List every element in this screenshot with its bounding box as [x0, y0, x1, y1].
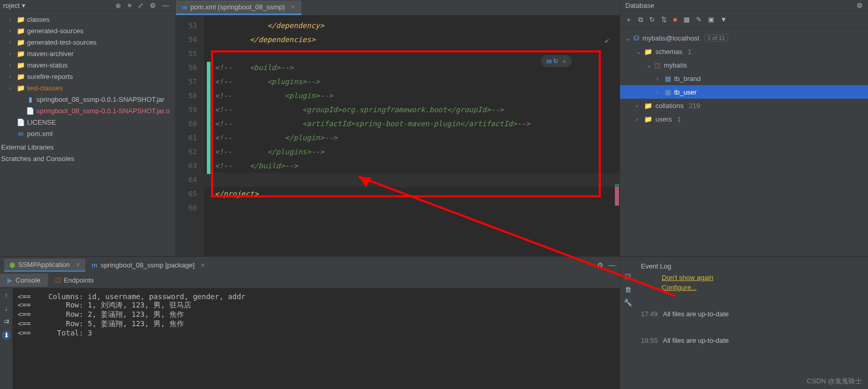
code-line-60[interactable]: <!-- <artifactId>spring-boot-maven-plugi… — [204, 117, 620, 131]
db-label: tb_user — [674, 88, 696, 96]
code-line-66[interactable] — [204, 201, 620, 215]
tab-endpoints[interactable]: ⬡ Endpoints — [48, 274, 101, 287]
settings-icon[interactable]: ⚙ — [150, 2, 156, 9]
checkbox-icon[interactable]: ☑ — [625, 273, 631, 280]
close-tab-icon[interactable]: × — [291, 3, 295, 11]
expand-icon[interactable]: ≡ — [127, 2, 131, 9]
code-line-57[interactable]: <!-- <plugins>--> — [204, 75, 620, 89]
sync-icon[interactable]: ⇅ — [661, 16, 667, 23]
tree-item-license[interactable]: 📄LICENSE — [0, 116, 175, 128]
download-icon[interactable]: ⬇ — [2, 330, 11, 340]
down-icon[interactable]: ↓ — [5, 304, 8, 312]
db-count: 219 — [689, 102, 700, 110]
refresh-icon[interactable]: ↻ — [649, 16, 655, 23]
bottom-panels: ◉SSMPApplication×mspringboot_08_ssmp [pa… — [0, 256, 868, 389]
wrench-icon[interactable]: 🔧 — [624, 299, 632, 306]
line-number: 55 — [176, 47, 197, 61]
chevron-icon: › — [9, 62, 15, 68]
event-icons: ☑ 🗑 🔧 — [620, 257, 636, 389]
chevron-icon: › — [9, 51, 15, 57]
tree-item-generated-test-sources[interactable]: ›📁generated-test-sources — [0, 36, 175, 48]
console-output[interactable]: <== Columns: id, username, password, gen… — [12, 288, 620, 389]
db-item-tb-user[interactable]: ›▦tb_user — [620, 85, 868, 99]
configure-link[interactable]: Configure... — [662, 284, 863, 291]
watermark: CSDN @鬼鬼骑士 — [807, 377, 862, 386]
tree-item-springboot-08-ssmp-0-0-1-snapshot-jar-o[interactable]: 📄springboot_08_ssmp-0.0.1-SNAPSHOT.jar.o — [0, 105, 175, 116]
copy-icon[interactable]: ⧉ — [638, 16, 643, 24]
tab-console[interactable]: ▶ Console — [0, 274, 48, 287]
chevron-icon: ⌄ — [646, 61, 651, 69]
db-item-tb-brand[interactable]: ›▦tb_brand — [620, 72, 868, 85]
table-view-icon[interactable]: ▦ — [683, 16, 690, 23]
code-line-62[interactable]: <!-- </plugins>--> — [204, 145, 620, 159]
wrap-icon[interactable]: ⇉ — [4, 317, 9, 325]
dont-show-link[interactable]: Don't show again — [662, 274, 863, 281]
console-icon[interactable]: ▣ — [708, 16, 714, 23]
run-inner-tabs: ▶ Console ⬡ Endpoints — [0, 273, 620, 288]
tree-item-maven-archiver[interactable]: ›📁maven-archiver — [0, 48, 175, 59]
project-dropdown[interactable]: roject ▾ — [3, 2, 115, 9]
run-settings-icon[interactable]: ⚙ — [597, 261, 603, 269]
db-item-collations[interactable]: ›📁collations219 — [620, 99, 868, 112]
close-icon[interactable]: × — [76, 261, 80, 269]
close-icon[interactable]: × — [201, 261, 205, 269]
marker-pink — [615, 187, 619, 206]
run-tab-springboot-08-ssmp--package-[interactable]: mspringboot_08_ssmp [package]× — [86, 259, 210, 271]
db-item-mybatis[interactable]: ⌄◫mybatis — [620, 58, 868, 72]
hint-pill[interactable]: m↻ × — [541, 55, 572, 67]
tree-item-maven-status[interactable]: ›📁maven-status — [0, 59, 175, 71]
trash-icon[interactable]: 🗑 — [625, 286, 632, 293]
stop-icon[interactable]: ■ — [673, 16, 677, 23]
code-line-65[interactable]: </project> — [204, 187, 620, 201]
hide-icon[interactable]: — — [162, 2, 169, 9]
event-entry: 17:49All files are up-to-date — [641, 310, 863, 318]
chevron-down-icon: ▾ — [22, 2, 25, 9]
chevron-icon: › — [636, 102, 641, 110]
tree-item-springboot-08-ssmp-0-0-1-snapshot-jar[interactable]: ▮springboot_08_ssmp-0.0.1-SNAPSHOT.jar — [0, 93, 175, 105]
tree-item-surefire-reports[interactable]: ›📁surefire-reports — [0, 71, 175, 82]
db-settings-icon[interactable]: ⚙ — [857, 2, 863, 9]
db-item-mybatis-localhost[interactable]: ⌄⛁mybatis@localhost1 of 11 — [620, 31, 868, 45]
event-time: 17:49 — [641, 310, 658, 318]
tree-item-generated-sources[interactable]: ›📁generated-sources — [0, 25, 175, 36]
endpoints-icon: ⬡ — [55, 276, 61, 284]
code-line-61[interactable]: <!-- </plugin>--> — [204, 131, 620, 145]
code-line-54[interactable]: </dependencies> — [204, 33, 620, 47]
scratches-label: Scratches and Consoles — [1, 155, 74, 163]
scratches-consoles[interactable]: Scratches and Consoles — [0, 153, 175, 164]
chevron-icon: › — [656, 75, 662, 83]
schema-icon: ◫ — [654, 61, 661, 69]
console-icon: ▶ — [7, 276, 12, 284]
code-line-63[interactable]: <!-- </build>--> — [204, 159, 620, 173]
code-line-59[interactable]: <!-- <groupId>org.springframework.boot</… — [204, 103, 620, 117]
tree-item-classes[interactable]: ›📁classes — [0, 14, 175, 25]
filter-icon[interactable]: ▼ — [720, 16, 727, 23]
editor-tab-pom[interactable]: m pom.xml (springboot_08_ssmp) × — [176, 1, 301, 15]
minimize-icon[interactable]: — — [609, 261, 615, 269]
line-number: 64 — [176, 173, 197, 187]
edit-icon[interactable]: ✎ — [696, 16, 702, 23]
inspection-ok-icon[interactable]: ✔ — [605, 36, 609, 45]
code-line-53[interactable]: </dependency> — [204, 19, 620, 33]
code-line-64[interactable] — [204, 173, 620, 187]
db-item-schemas[interactable]: ⌄📁schemas1 — [620, 45, 868, 58]
tree-item-test-classes[interactable]: ›📁test-classes — [0, 82, 175, 93]
up-icon[interactable]: ↑ — [5, 291, 8, 299]
code-line-58[interactable]: <!-- <plugin>--> — [204, 89, 620, 103]
external-libraries[interactable]: External Libraries — [0, 141, 175, 153]
db-title: Database — [625, 2, 654, 9]
chevron-icon: › — [9, 74, 15, 79]
locate-icon[interactable]: ⊕ — [115, 2, 121, 9]
close-hint-icon[interactable]: × — [562, 57, 567, 65]
db-label: collations — [655, 102, 683, 110]
event-msg: All files are up-to-date — [663, 337, 729, 344]
db-item-users[interactable]: ›📁users1 — [620, 112, 868, 126]
db-label: tb_brand — [674, 75, 701, 83]
run-tab-ssmpapplication[interactable]: ◉SSMPApplication× — [4, 259, 85, 272]
project-header: roject ▾ ⊕ ≡ ⤢ ⚙ — — [0, 0, 175, 11]
tree-item-pom-xml[interactable]: mpom.xml — [0, 128, 175, 139]
line-number: 63 — [176, 159, 197, 173]
maven-hint-icon: m↻ — [546, 57, 558, 65]
add-icon[interactable]: ＋ — [625, 15, 632, 24]
collapse-icon[interactable]: ⤢ — [138, 2, 143, 9]
